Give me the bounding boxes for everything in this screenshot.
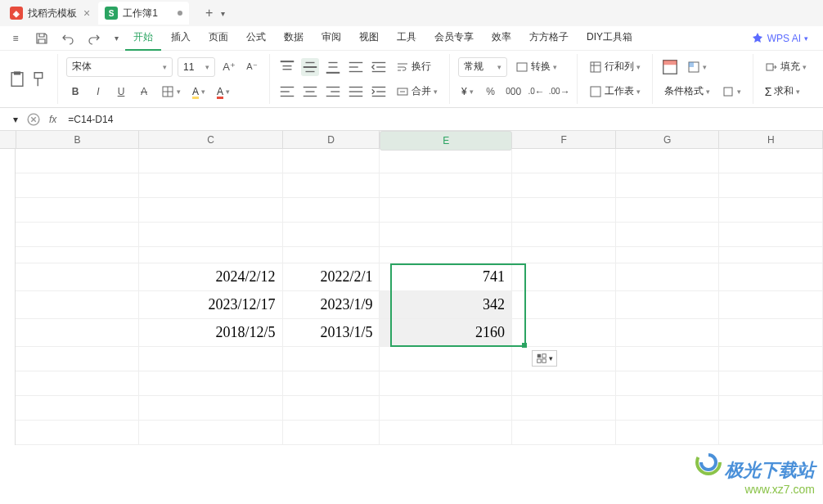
cell[interactable] — [616, 421, 720, 445]
autofill-options-button[interactable]: ▾ — [532, 350, 557, 367]
menu-efficiency[interactable]: 效率 — [483, 25, 519, 51]
sum-button[interactable]: Σ求和▾ — [762, 82, 804, 101]
cell[interactable] — [139, 396, 282, 421]
col-header-H[interactable]: H — [719, 131, 823, 148]
merge-button[interactable]: 合并▾ — [393, 82, 441, 101]
cell[interactable] — [283, 173, 380, 198]
font-color-button[interactable]: A▾ — [214, 82, 233, 101]
cell[interactable] — [380, 421, 512, 445]
cell[interactable] — [139, 223, 282, 247]
cell[interactable] — [616, 149, 720, 173]
menu-page[interactable]: 页面 — [200, 25, 236, 51]
cell[interactable] — [139, 173, 282, 198]
dec-dec-icon[interactable]: .00→ — [551, 83, 569, 101]
cell[interactable] — [616, 396, 720, 421]
cell[interactable] — [380, 173, 512, 198]
cell[interactable] — [512, 149, 616, 173]
cell[interactable] — [139, 347, 282, 371]
cell[interactable] — [719, 198, 823, 223]
italic-button[interactable]: I — [89, 83, 107, 101]
wrap-text-button[interactable]: 换行 — [393, 57, 434, 77]
col-header-F[interactable]: F — [512, 131, 616, 148]
cell-E15[interactable]: 342 — [380, 291, 512, 319]
border-button[interactable]: ▾ — [158, 82, 184, 101]
cell[interactable] — [380, 396, 512, 421]
menu-view[interactable]: 视图 — [351, 25, 387, 51]
format-painter-icon[interactable] — [31, 70, 49, 88]
cell[interactable] — [380, 347, 512, 371]
redo-icon[interactable] — [85, 29, 103, 47]
cell[interactable] — [719, 371, 823, 396]
comma-icon[interactable]: 000 — [505, 83, 523, 101]
cell[interactable] — [719, 291, 823, 319]
col-header-G[interactable]: G — [616, 131, 720, 148]
cell[interactable] — [16, 263, 139, 291]
cell[interactable] — [283, 347, 380, 371]
cell[interactable] — [16, 421, 139, 445]
cell[interactable] — [512, 319, 616, 347]
col-header-B[interactable]: B — [16, 131, 140, 148]
fill-button[interactable]: 填充▾ — [762, 57, 810, 77]
cell[interactable] — [616, 291, 720, 319]
indent-inc-icon[interactable] — [370, 83, 388, 101]
cell-C15[interactable]: 2023/12/17 — [139, 291, 282, 319]
cell[interactable] — [512, 396, 616, 421]
cell[interactable] — [512, 247, 616, 263]
cell[interactable] — [616, 319, 720, 347]
menu-diy[interactable]: DIY工具箱 — [578, 25, 641, 51]
cell[interactable] — [719, 421, 823, 445]
table-style-icon[interactable] — [661, 58, 679, 76]
cell[interactable] — [283, 396, 380, 421]
cell[interactable] — [616, 263, 720, 291]
cell[interactable] — [139, 371, 282, 396]
menu-start[interactable]: 开始 — [125, 25, 161, 51]
align-center-icon[interactable] — [301, 83, 319, 101]
save-icon[interactable] — [33, 29, 51, 47]
select-all-corner[interactable] — [0, 131, 16, 148]
cell[interactable] — [719, 149, 823, 173]
cell[interactable] — [616, 371, 720, 396]
col-header-E[interactable]: E — [380, 131, 512, 151]
cell[interactable] — [380, 198, 512, 223]
cell[interactable] — [16, 371, 139, 396]
qa-dropdown-icon[interactable]: ▾ — [115, 34, 119, 43]
cell-C16[interactable]: 2018/12/5 — [139, 319, 282, 347]
dec-inc-icon[interactable]: .0← — [528, 83, 546, 101]
col-header-D[interactable]: D — [283, 131, 380, 148]
name-box[interactable]: ▾ — [7, 114, 18, 125]
app-menu-icon[interactable]: ≡ — [7, 29, 25, 47]
cell[interactable] — [616, 173, 720, 198]
cond-format-button[interactable]: 条件格式▾ — [661, 82, 713, 101]
cell[interactable] — [512, 347, 616, 371]
cell[interactable] — [512, 421, 616, 445]
cell[interactable] — [283, 198, 380, 223]
cell-D14[interactable]: 2022/2/1 — [283, 263, 380, 291]
shrink-font-icon[interactable]: A⁻ — [243, 58, 261, 76]
cell[interactable] — [512, 198, 616, 223]
close-icon[interactable]: × — [83, 7, 90, 20]
cell[interactable] — [283, 223, 380, 247]
more-icon[interactable]: ▾ — [718, 82, 744, 101]
cell[interactable] — [283, 421, 380, 445]
cell[interactable] — [380, 247, 512, 263]
cell-style-icon[interactable]: ▾ — [684, 57, 710, 77]
cell[interactable] — [719, 263, 823, 291]
cell[interactable] — [139, 149, 282, 173]
cell[interactable] — [380, 149, 512, 173]
tab-workbook[interactable]: S 工作簿1 — [98, 2, 189, 25]
convert-button[interactable]: 转换▾ — [512, 57, 560, 77]
cell[interactable] — [512, 173, 616, 198]
undo-icon[interactable] — [59, 29, 77, 47]
cell[interactable] — [16, 247, 139, 263]
tab-template[interactable]: ◈ 找稻壳模板 × — [3, 2, 97, 25]
cell[interactable] — [719, 247, 823, 263]
align-right-icon[interactable] — [324, 83, 342, 101]
cell[interactable] — [283, 247, 380, 263]
cell[interactable] — [283, 371, 380, 396]
menu-tools[interactable]: 工具 — [389, 25, 425, 51]
cell-E14[interactable]: 741 — [380, 263, 512, 291]
font-size-select[interactable]: 11▾ — [178, 57, 215, 77]
cell[interactable] — [16, 396, 139, 421]
menu-ff[interactable]: 方方格子 — [521, 25, 577, 51]
orientation-icon[interactable] — [347, 58, 365, 76]
